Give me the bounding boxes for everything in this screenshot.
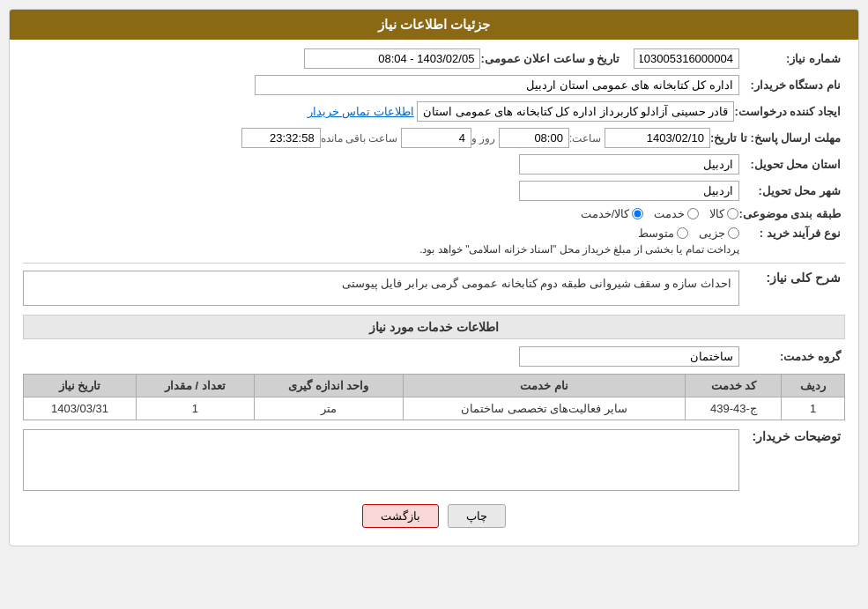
- col-measurement-unit: واحد اندازه گیری: [254, 375, 403, 397]
- col-row-num: ردیف: [782, 375, 845, 397]
- category-label: طبقه بندی موضوعی:: [738, 207, 845, 220]
- back-button[interactable]: بازگشت: [362, 504, 439, 528]
- creator-label: ایجاد کننده درخواست:: [734, 105, 845, 118]
- table-row: 1 ج-43-439 سایر فعالیت‌های تخصصی ساختمان…: [24, 397, 845, 420]
- buyer-org-input: [255, 75, 739, 95]
- purchase-partial-label[interactable]: جزیی: [699, 227, 739, 240]
- response-time-label: ساعت:: [569, 132, 601, 145]
- col-quantity: تعداد / مقدار: [137, 375, 255, 397]
- services-table-section: ردیف کد خدمت نام خدمت واحد اندازه گیری ت…: [23, 374, 845, 420]
- buyer-org-label: نام دستگاه خریدار:: [739, 78, 845, 92]
- buyer-notes-textarea[interactable]: [23, 429, 739, 491]
- need-description-label: شرح کلی نیاز:: [739, 271, 845, 285]
- purchase-medium-text: متوسط: [638, 227, 674, 240]
- action-buttons: چاپ بازگشت: [23, 504, 845, 537]
- response-deadline-label: مهلت ارسال پاسخ: تا تاریخ:: [710, 131, 845, 145]
- purchase-partial-radio[interactable]: [728, 227, 739, 239]
- province-input: [519, 154, 739, 175]
- announce-date-label: تاریخ و ساعت اعلان عمومی:: [480, 52, 624, 65]
- category-goods-label[interactable]: کالا: [709, 207, 738, 220]
- divider-1: [23, 263, 845, 264]
- purchase-medium-radio[interactable]: [677, 227, 688, 239]
- need-number-label: شماره نیاز:: [739, 52, 845, 65]
- category-goods-service-label[interactable]: کالا/خدمت: [581, 207, 644, 220]
- category-goods-service-radio[interactable]: [632, 208, 643, 219]
- cell-measurement-unit: متر: [254, 397, 403, 420]
- contact-info-link[interactable]: اطلاعات تماس خریدار: [308, 105, 414, 118]
- services-table: ردیف کد خدمت نام خدمت واحد اندازه گیری ت…: [23, 374, 845, 420]
- category-goods-text: کالا: [709, 207, 724, 220]
- response-time-input: [499, 128, 569, 148]
- col-need-date: تاریخ نیاز: [24, 375, 137, 397]
- cell-need-date: 1403/03/31: [24, 397, 137, 420]
- need-number-input: [634, 48, 739, 69]
- category-goods-service-text: کالا/خدمت: [581, 207, 630, 220]
- service-group-input: [519, 346, 739, 367]
- cell-quantity: 1: [137, 397, 255, 420]
- purchase-notice: پرداخت تمام یا بخشی از مبلغ خریداز محل "…: [419, 243, 739, 256]
- page-title: جزئیات اطلاعات نیاز: [10, 10, 858, 40]
- city-input: [519, 181, 739, 201]
- response-date-input: [605, 128, 710, 148]
- buyer-notes-label: توضیحات خریدار:: [739, 429, 845, 443]
- cell-service-name: سایر فعالیت‌های تخصصی ساختمان: [403, 397, 686, 420]
- response-remaining-input: [241, 128, 321, 148]
- category-service-radio[interactable]: [687, 208, 699, 219]
- province-label: استان محل تحویل:: [739, 158, 845, 171]
- need-description-value: احداث سازه و سقف شیروانی طبقه دوم کتابخا…: [23, 271, 739, 306]
- cell-service-code: ج-43-439: [686, 397, 782, 420]
- buyer-notes-section: توضیحات خریدار:: [23, 429, 845, 491]
- response-days-input: [401, 128, 471, 148]
- print-button[interactable]: چاپ: [448, 504, 506, 528]
- service-group-label: گروه خدمت:: [739, 350, 845, 363]
- announce-date-input: [304, 48, 480, 69]
- response-days-label: روز و: [471, 132, 495, 145]
- city-label: شهر محل تحویل:: [739, 184, 845, 197]
- response-remaining-label: ساعت باقی مانده: [321, 132, 398, 145]
- category-service-label[interactable]: خدمت: [654, 207, 699, 220]
- col-service-code: کد خدمت: [686, 375, 782, 397]
- purchase-partial-text: جزیی: [699, 227, 725, 240]
- cell-row-num: 1: [782, 397, 845, 420]
- col-service-name: نام خدمت: [403, 375, 686, 397]
- category-goods-radio[interactable]: [727, 208, 738, 219]
- category-radio-group: کالا خدمت کالا/خدمت: [581, 207, 739, 220]
- creator-input: [417, 101, 734, 122]
- purchase-type-label: نوع فرآیند خرید :: [739, 227, 845, 240]
- category-service-text: خدمت: [654, 207, 685, 220]
- purchase-medium-label[interactable]: متوسط: [638, 227, 688, 240]
- services-section-header: اطلاعات خدمات مورد نیاز: [23, 315, 845, 339]
